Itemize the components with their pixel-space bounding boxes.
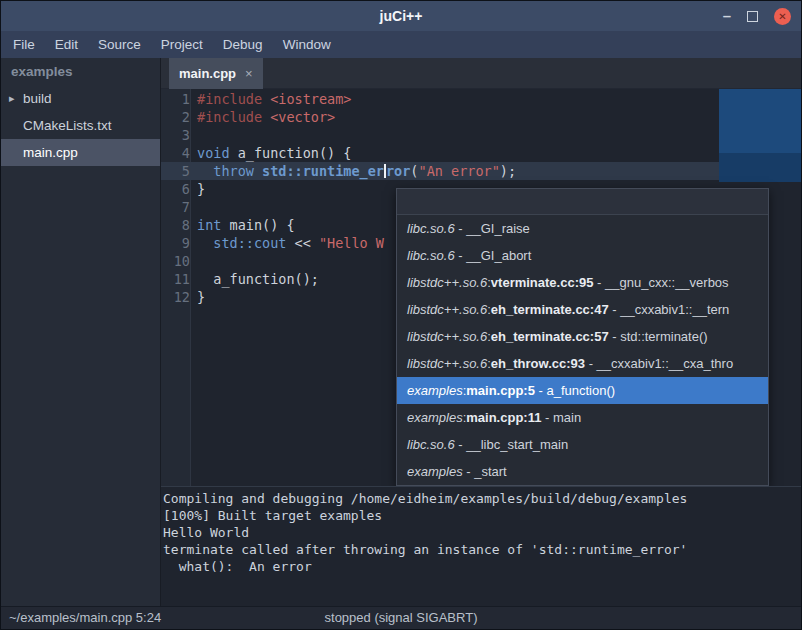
backtrace-location: main.cpp:11 [466,410,541,425]
menu-file[interactable]: File [3,32,45,57]
backtrace-symbol: - __GI_abort [455,248,532,263]
backtrace-list: libc.so.6 - __GI_raiselibc.so.6 - __GI_a… [397,215,768,485]
backtrace-module: libc.so.6 [407,221,455,236]
code-text: std::cout << "Hello W [197,234,384,252]
menubar: File Edit Source Project Debug Window [1,31,801,58]
backtrace-symbol: - __gnu_cxx::__verbos [593,275,728,290]
tree-item-label: main.cpp [23,145,78,160]
backtrace-symbol: - a_function() [535,383,615,398]
main-area: main.cpp × 1#include <iostream>2#include… [161,58,802,608]
backtrace-item[interactable]: examples - _start [397,458,768,485]
backtrace-symbol: - std::terminate() [609,329,708,344]
code-line[interactable]: 1#include <iostream> [161,90,802,108]
maximize-icon[interactable] [747,11,758,22]
chevron-right-icon: ▸ [9,92,23,105]
backtrace-popup-header [397,189,768,215]
menu-window[interactable]: Window [273,32,341,57]
backtrace-item[interactable]: libstdc++.so.6:eh_terminate.cc:57 - std:… [397,323,768,350]
status-debug-state: stopped (signal SIGABRT) [1,607,801,629]
backtrace-location: eh_terminate.cc:57 [491,329,609,344]
tree-item-label: build [23,91,52,106]
close-icon: ✕ [778,11,786,22]
code-line[interactable]: 2#include <vector> [161,108,802,126]
terminal-line: [100%] Built target examples [163,507,801,524]
tree-item-main-cpp[interactable]: main.cpp [1,139,160,166]
code-text: } [197,288,205,306]
code-editor[interactable]: 1#include <iostream>2#include <vector>34… [161,89,802,486]
code-text: } [197,180,205,198]
tree-item-build[interactable]: ▸ build [1,85,160,112]
minimize-button[interactable]: – [723,11,731,21]
line-number: 3 [161,126,197,144]
line-number: 10 [161,252,197,270]
tree-item-label: CMakeLists.txt [23,118,112,133]
window-controls: – ✕ [723,1,791,31]
menu-debug[interactable]: Debug [213,32,273,57]
backtrace-symbol: - __cxxabiv1::__cxa_thro [585,356,733,371]
titlebar: juCi++ – ✕ [1,1,801,31]
backtrace-item[interactable]: libstdc++.so.6:eh_terminate.cc:47 - __cx… [397,296,768,323]
tree-item-cmakelists[interactable]: CMakeLists.txt [1,112,160,139]
backtrace-location: eh_terminate.cc:47 [491,302,609,317]
app-window: juCi++ – ✕ File Edit Source Project Debu… [0,0,802,630]
code-text: #include <vector> [197,108,335,126]
backtrace-module: libstdc++.so.6 [407,329,487,344]
code-line[interactable]: 5 throw std::runtime_error("An error"); [161,162,802,180]
backtrace-item[interactable]: libstdc++.so.6:eh_throw.cc:93 - __cxxabi… [397,350,768,377]
code-text: a_function(); [197,270,319,288]
backtrace-item[interactable]: examples:main.cpp:11 - main [397,404,768,431]
file-tree-sidebar: examples ▸ build CMakeLists.txt main.cpp [1,58,161,608]
statusbar: ~/examples/main.cpp 5:24 stopped (signal… [1,606,801,629]
backtrace-symbol: - __libc_start_main [455,437,568,452]
code-line[interactable]: 3 [161,126,802,144]
tab-close-icon[interactable]: × [245,66,253,81]
terminal-line: terminate called after throwing an insta… [163,541,801,558]
backtrace-location: vterminate.cc:95 [491,275,594,290]
backtrace-module: libstdc++.so.6 [407,356,487,371]
tabbar: main.cpp × [161,58,802,89]
backtrace-symbol: - _start [463,464,507,479]
line-number: 5 [161,162,197,180]
line-number: 4 [161,144,197,162]
backtrace-location: main.cpp:5 [466,383,535,398]
text-cursor [384,164,386,178]
code-text: void a_function() { [197,144,351,162]
terminal-line: what(): An error [163,558,801,575]
code-text: int main() { [197,216,295,234]
code-text: throw std::runtime_error("An error"); [197,162,516,180]
code-line[interactable]: 4void a_function() { [161,144,802,162]
backtrace-item[interactable]: examples:main.cpp:5 - a_function() [397,377,768,404]
backtrace-module: libstdc++.so.6 [407,302,487,317]
line-number: 12 [161,288,197,306]
code-text: #include <iostream> [197,90,351,108]
line-number: 11 [161,270,197,288]
backtrace-module: examples [407,410,463,425]
line-number: 2 [161,108,197,126]
backtrace-module: libc.so.6 [407,248,455,263]
editor-overlay-tooltip [719,89,802,182]
menu-project[interactable]: Project [151,32,213,57]
backtrace-item[interactable]: libc.so.6 - __GI_abort [397,242,768,269]
terminal-line: Hello World [163,524,801,541]
backtrace-symbol: - __GI_raise [455,221,530,236]
backtrace-module: libstdc++.so.6 [407,275,487,290]
terminal-line: Compiling and debugging /home/eidheim/ex… [163,490,801,507]
backtrace-item[interactable]: libc.so.6 - __libc_start_main [397,431,768,458]
line-number: 6 [161,180,197,198]
menu-source[interactable]: Source [88,32,151,57]
backtrace-popup: libc.so.6 - __GI_raiselibc.so.6 - __GI_a… [396,188,769,486]
backtrace-item[interactable]: libstdc++.so.6:vterminate.cc:95 - __gnu_… [397,269,768,296]
line-number: 8 [161,216,197,234]
tab-label: main.cpp [179,66,236,81]
window-title: juCi++ [1,1,801,31]
tab-main-cpp[interactable]: main.cpp × [169,58,263,89]
backtrace-symbol: - __cxxabiv1::__tern [609,302,730,317]
menu-edit[interactable]: Edit [45,32,88,57]
backtrace-symbol: - main [541,410,581,425]
backtrace-item[interactable]: libc.so.6 - __GI_raise [397,215,768,242]
backtrace-location: eh_throw.cc:93 [491,356,585,371]
terminal-output[interactable]: Compiling and debugging /home/eidheim/ex… [161,486,802,608]
project-name-header: examples [1,58,160,85]
close-button[interactable]: ✕ [774,8,791,25]
backtrace-module: libc.so.6 [407,437,455,452]
